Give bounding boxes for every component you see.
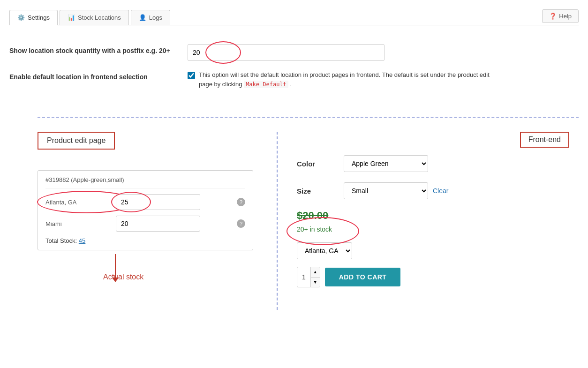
- qty-down-button[interactable]: ▼: [311, 278, 320, 288]
- tab-stock-locations[interactable]: 📊 Stock Locations: [60, 10, 129, 25]
- qty-control: 1 ▲ ▼: [297, 267, 320, 287]
- left-panel: Product edit page #319882 (Apple-green,s…: [9, 132, 272, 310]
- tabs-left: ⚙️ Settings 📊 Stock Locations 👤 Logs: [9, 10, 170, 25]
- cart-section: 1 ▲ ▼ ADD TO CART: [297, 267, 565, 287]
- postfix-row: Show location stock quantity with a post…: [9, 44, 579, 61]
- postfix-label: Show location stock quantity with a post…: [9, 44, 188, 54]
- default-location-control: This option will set the default locatio…: [188, 70, 579, 89]
- section-divider: [38, 117, 579, 118]
- help-button[interactable]: ❓ Help: [542, 9, 579, 23]
- miami-help-icon[interactable]: ?: [237, 219, 245, 228]
- total-stock: Total Stock: 45: [45, 237, 245, 244]
- default-location-checkbox[interactable]: [188, 72, 195, 79]
- arrow-shaft: [115, 254, 116, 278]
- main-content: Product edit page #319882 (Apple-green,s…: [9, 132, 579, 310]
- postfix-input-wrapper: [188, 44, 384, 61]
- size-label: Size: [297, 187, 344, 195]
- atlanta-qty-input[interactable]: [116, 194, 200, 210]
- miami-qty-input[interactable]: [116, 216, 200, 232]
- default-location-row: Enable default location in frontend sele…: [9, 70, 579, 89]
- arrow-head: [112, 278, 119, 282]
- logs-icon: 👤: [139, 14, 146, 21]
- settings-section: Show location stock quantity with a post…: [9, 39, 579, 112]
- clear-link[interactable]: Clear: [433, 187, 448, 195]
- qty-display: 1: [297, 273, 310, 281]
- color-row: Color Apple Green Red Blue: [297, 155, 565, 172]
- size-row: Size Small Medium Large Clear: [297, 182, 565, 199]
- tab-stock-locations-label: Stock Locations: [78, 14, 121, 21]
- settings-icon: ⚙️: [17, 14, 25, 21]
- sku-label: #319882 (Apple-green,small): [45, 176, 245, 188]
- qty-spinners: ▲ ▼: [310, 267, 320, 287]
- miami-input-wrapper: [116, 216, 232, 232]
- product-edit-box: #319882 (Apple-green,small) Atlanta, GA …: [38, 170, 253, 250]
- price-section: $20.00 20+ in stock: [297, 210, 565, 233]
- location-row-miami: Miami ?: [45, 216, 245, 232]
- tab-logs-label: Logs: [149, 14, 162, 21]
- stock-locations-icon: 📊: [68, 14, 75, 21]
- actual-stock-label: Actual stock: [103, 273, 253, 281]
- miami-location-name: Miami: [45, 220, 111, 227]
- total-stock-link[interactable]: 45: [79, 237, 85, 244]
- stock-wrapper: 20+ in stock: [297, 224, 332, 233]
- location-dropdown-wrapper: Atlanta, GA Miami: [297, 242, 565, 259]
- help-icon: ❓: [549, 13, 557, 20]
- atlanta-location-name: Atlanta, GA: [45, 199, 111, 206]
- stock-text: 20+ in stock: [297, 225, 332, 233]
- size-select[interactable]: Small Medium Large: [344, 182, 428, 199]
- product-edit-label: Product edit page: [38, 132, 115, 150]
- actual-stock-annotation: Actual stock: [38, 254, 253, 281]
- frontend-content: Color Apple Green Red Blue Size Small Me…: [297, 155, 565, 287]
- color-label: Color: [297, 160, 344, 168]
- checkbox-row: This option will set the default locatio…: [188, 70, 579, 89]
- location-row-atlanta: Atlanta, GA ?: [45, 194, 245, 210]
- tab-logs[interactable]: 👤 Logs: [131, 10, 170, 25]
- postfix-input[interactable]: [188, 44, 384, 61]
- tab-settings[interactable]: ⚙️ Settings: [9, 10, 58, 25]
- qty-up-button[interactable]: ▲: [311, 267, 320, 278]
- default-location-label: Enable default location in frontend sele…: [9, 70, 188, 81]
- vertical-divider: [277, 132, 278, 310]
- checkbox-description: This option will set the default locatio…: [199, 70, 490, 89]
- frontend-label: Front-end: [520, 132, 569, 148]
- product-edit-label-wrapper: Product edit page: [38, 132, 253, 161]
- postfix-control: [188, 44, 579, 61]
- tab-settings-label: Settings: [28, 14, 50, 21]
- right-panel: Front-end Color Apple Green Red Blue Siz…: [283, 132, 579, 310]
- atlanta-input-wrapper: [116, 194, 232, 210]
- make-default-code: Make Default: [244, 81, 288, 88]
- location-dropdown[interactable]: Atlanta, GA Miami: [297, 242, 352, 259]
- atlanta-help-icon[interactable]: ?: [237, 198, 245, 206]
- add-to-cart-button[interactable]: ADD TO CART: [325, 268, 401, 286]
- color-select[interactable]: Apple Green Red Blue: [344, 155, 428, 172]
- price-text: $20.00: [297, 210, 565, 222]
- tabs-bar: ⚙️ Settings 📊 Stock Locations 👤 Logs ❓ H…: [9, 9, 579, 25]
